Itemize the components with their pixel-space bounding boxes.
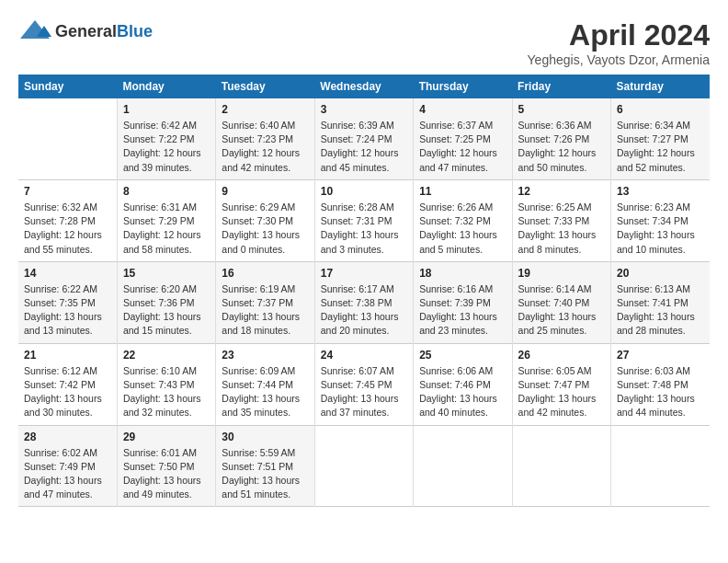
calendar-cell: 3Sunrise: 6:39 AM Sunset: 7:24 PM Daylig… [314,98,413,179]
calendar-week-1: 1Sunrise: 6:42 AM Sunset: 7:22 PM Daylig… [18,98,710,179]
day-number: 15 [123,267,210,280]
day-details: Sunrise: 6:06 AM Sunset: 7:46 PM Dayligh… [419,364,506,420]
calendar-cell: 22Sunrise: 6:10 AM Sunset: 7:43 PM Dayli… [117,343,215,425]
weekday-header-tuesday: Tuesday [216,75,314,98]
day-number: 12 [518,185,605,198]
calendar-cell: 7Sunrise: 6:32 AM Sunset: 7:28 PM Daylig… [18,179,117,261]
day-number: 28 [24,431,111,443]
day-details: Sunrise: 6:03 AM Sunset: 7:48 PM Dayligh… [617,364,704,420]
day-number: 8 [123,185,210,198]
day-number: 30 [222,431,308,443]
day-details: Sunrise: 6:23 AM Sunset: 7:34 PM Dayligh… [617,201,704,257]
logo-icon [18,18,51,44]
day-details: Sunrise: 6:01 AM Sunset: 7:50 PM Dayligh… [123,446,210,502]
day-number: 26 [518,349,605,362]
day-details: Sunrise: 5:59 AM Sunset: 7:51 PM Dayligh… [222,446,308,502]
day-details: Sunrise: 6:37 AM Sunset: 7:25 PM Dayligh… [419,119,506,175]
day-details: Sunrise: 6:34 AM Sunset: 7:27 PM Dayligh… [617,119,704,175]
calendar-body: 1Sunrise: 6:42 AM Sunset: 7:22 PM Daylig… [18,98,710,507]
calendar-cell: 28Sunrise: 6:02 AM Sunset: 7:49 PM Dayli… [18,425,117,507]
weekday-header-wednesday: Wednesday [314,75,413,98]
calendar-cell: 11Sunrise: 6:26 AM Sunset: 7:32 PM Dayli… [414,179,512,261]
calendar-cell: 26Sunrise: 6:05 AM Sunset: 7:47 PM Dayli… [512,343,610,425]
day-details: Sunrise: 6:13 AM Sunset: 7:41 PM Dayligh… [617,282,704,339]
day-details: Sunrise: 6:29 AM Sunset: 7:30 PM Dayligh… [222,201,308,257]
calendar-cell: 30Sunrise: 5:59 AM Sunset: 7:51 PM Dayli… [216,425,314,507]
calendar-cell: 18Sunrise: 6:16 AM Sunset: 7:39 PM Dayli… [414,261,512,343]
title-block: April 2024 Yeghegis, Vayots Dzor, Armeni… [528,18,710,67]
month-title: April 2024 [528,18,710,52]
calendar-cell: 8Sunrise: 6:31 AM Sunset: 7:29 PM Daylig… [117,179,215,261]
calendar-week-2: 7Sunrise: 6:32 AM Sunset: 7:28 PM Daylig… [18,179,710,261]
location-title: Yeghegis, Vayots Dzor, Armenia [528,52,710,67]
day-number: 3 [321,103,407,116]
day-number: 7 [24,185,111,198]
day-details: Sunrise: 6:09 AM Sunset: 7:44 PM Dayligh… [222,364,308,420]
calendar-cell: 9Sunrise: 6:29 AM Sunset: 7:30 PM Daylig… [216,179,314,261]
logo-general: General [55,22,117,40]
day-number: 11 [419,185,506,198]
calendar-cell [314,425,413,507]
day-number: 4 [419,103,506,116]
day-number: 21 [24,349,111,362]
day-details: Sunrise: 6:12 AM Sunset: 7:42 PM Dayligh… [24,364,111,420]
logo-blue: Blue [117,22,153,40]
page-header: GeneralBlue April 2024 Yeghegis, Vayots … [18,18,710,67]
day-details: Sunrise: 6:39 AM Sunset: 7:24 PM Dayligh… [321,119,407,175]
calendar-cell: 13Sunrise: 6:23 AM Sunset: 7:34 PM Dayli… [611,179,710,261]
day-number: 20 [617,267,704,280]
calendar-cell: 25Sunrise: 6:06 AM Sunset: 7:46 PM Dayli… [414,343,512,425]
weekday-header-friday: Friday [512,75,610,98]
calendar-cell: 6Sunrise: 6:34 AM Sunset: 7:27 PM Daylig… [611,98,710,179]
day-details: Sunrise: 6:42 AM Sunset: 7:22 PM Dayligh… [123,119,210,175]
calendar-cell [611,425,710,507]
calendar-cell: 17Sunrise: 6:17 AM Sunset: 7:38 PM Dayli… [314,261,413,343]
day-number: 14 [24,267,111,280]
day-number: 22 [123,349,210,362]
day-number: 10 [321,185,407,198]
day-details: Sunrise: 6:16 AM Sunset: 7:39 PM Dayligh… [419,282,506,339]
day-number: 29 [123,431,210,443]
day-details: Sunrise: 6:31 AM Sunset: 7:29 PM Dayligh… [123,201,210,257]
calendar-cell: 24Sunrise: 6:07 AM Sunset: 7:45 PM Dayli… [314,343,413,425]
calendar-table: SundayMondayTuesdayWednesdayThursdayFrid… [18,75,710,507]
calendar-cell: 16Sunrise: 6:19 AM Sunset: 7:37 PM Dayli… [216,261,314,343]
weekday-header-sunday: Sunday [18,75,117,98]
weekday-header-saturday: Saturday [611,75,710,98]
calendar-cell: 2Sunrise: 6:40 AM Sunset: 7:23 PM Daylig… [216,98,314,179]
weekday-header-row: SundayMondayTuesdayWednesdayThursdayFrid… [18,75,710,98]
calendar-cell: 12Sunrise: 6:25 AM Sunset: 7:33 PM Dayli… [512,179,610,261]
day-number: 19 [518,267,605,280]
calendar-cell [18,98,117,179]
calendar-cell: 1Sunrise: 6:42 AM Sunset: 7:22 PM Daylig… [117,98,215,179]
day-details: Sunrise: 6:19 AM Sunset: 7:37 PM Dayligh… [222,282,308,339]
day-details: Sunrise: 6:17 AM Sunset: 7:38 PM Dayligh… [321,282,407,339]
day-number: 13 [617,185,704,198]
calendar-cell: 27Sunrise: 6:03 AM Sunset: 7:48 PM Dayli… [611,343,710,425]
day-details: Sunrise: 6:20 AM Sunset: 7:36 PM Dayligh… [123,282,210,339]
calendar-cell [512,425,610,507]
day-number: 5 [518,103,605,116]
day-number: 23 [222,349,308,362]
day-number: 1 [123,103,210,116]
weekday-header-monday: Monday [117,75,215,98]
day-number: 6 [617,103,704,116]
calendar-cell: 14Sunrise: 6:22 AM Sunset: 7:35 PM Dayli… [18,261,117,343]
day-details: Sunrise: 6:28 AM Sunset: 7:31 PM Dayligh… [321,201,407,257]
calendar-cell: 29Sunrise: 6:01 AM Sunset: 7:50 PM Dayli… [117,425,215,507]
day-details: Sunrise: 6:07 AM Sunset: 7:45 PM Dayligh… [321,364,407,420]
calendar-cell: 21Sunrise: 6:12 AM Sunset: 7:42 PM Dayli… [18,343,117,425]
calendar-week-4: 21Sunrise: 6:12 AM Sunset: 7:42 PM Dayli… [18,343,710,425]
day-details: Sunrise: 6:05 AM Sunset: 7:47 PM Dayligh… [518,364,605,420]
day-number: 16 [222,267,308,280]
day-number: 17 [321,267,407,280]
calendar-cell: 20Sunrise: 6:13 AM Sunset: 7:41 PM Dayli… [611,261,710,343]
day-details: Sunrise: 6:40 AM Sunset: 7:23 PM Dayligh… [222,119,308,175]
day-details: Sunrise: 6:32 AM Sunset: 7:28 PM Dayligh… [24,201,111,257]
day-number: 9 [222,185,308,198]
calendar-cell: 5Sunrise: 6:36 AM Sunset: 7:26 PM Daylig… [512,98,610,179]
day-details: Sunrise: 6:26 AM Sunset: 7:32 PM Dayligh… [419,201,506,257]
calendar-week-5: 28Sunrise: 6:02 AM Sunset: 7:49 PM Dayli… [18,425,710,507]
day-details: Sunrise: 6:14 AM Sunset: 7:40 PM Dayligh… [518,282,605,339]
weekday-header-thursday: Thursday [414,75,512,98]
